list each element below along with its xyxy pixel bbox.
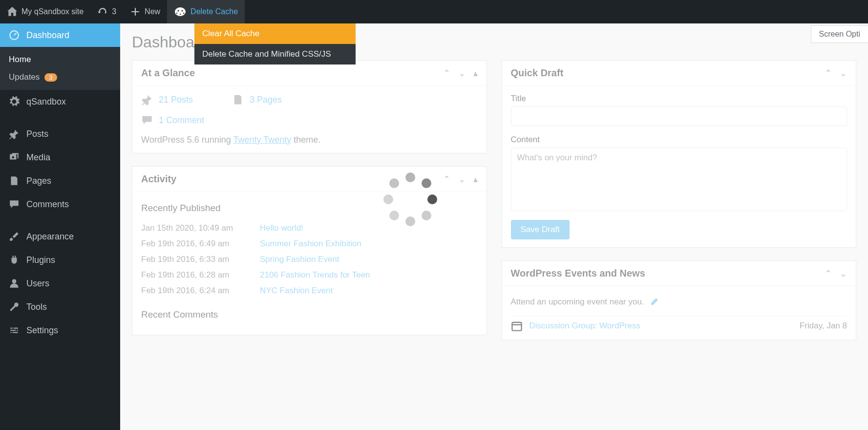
sidebar-dashboard[interactable]: Dashboard <box>0 23 120 47</box>
sidebar-tools-label: Tools <box>26 302 47 312</box>
svg-point-3 <box>176 13 177 14</box>
user-icon <box>9 278 20 289</box>
brush-icon <box>9 231 20 242</box>
glance-foot-prefix: WordPress 5.6 running <box>141 135 233 145</box>
activity-link[interactable]: 2106 Fashion Trends for Teen <box>260 270 370 280</box>
events-intro: Attend an upcoming event near you. <box>511 294 847 316</box>
activity-row: Jan 15th 2020, 10:49 amHello world! <box>141 220 478 236</box>
activity-link[interactable]: NYC Fashion Event <box>260 286 333 296</box>
sidebar-posts-label: Posts <box>26 129 48 139</box>
gear-icon <box>9 96 20 107</box>
box-controls: ⌃ ⌄ ▴ <box>443 175 478 184</box>
wrench-icon <box>9 301 20 312</box>
activity-link[interactable]: Summer Fashion Exhibition <box>260 239 361 249</box>
pencil-icon[interactable] <box>649 297 659 307</box>
sidebar-home-label: Home <box>9 55 31 64</box>
box-controls: ⌃ ⌄ ▴ <box>443 69 478 78</box>
sidebar-media-label: Media <box>26 152 50 163</box>
sidebar-plugins[interactable]: Plugins <box>0 248 120 272</box>
qd-title-label: Title <box>511 94 847 104</box>
home-icon <box>7 6 18 17</box>
glance-comments[interactable]: 1 Comment <box>141 114 478 126</box>
sidebar-media[interactable]: Media <box>0 146 120 169</box>
glance-footer: WordPress 5.6 running Twenty Twenty them… <box>141 135 478 145</box>
sidebar-tools[interactable]: Tools <box>0 295 120 319</box>
qd-content-textarea[interactable] <box>511 148 847 211</box>
main-content: Dashboard At a Glance ⌃ ⌄ ▴ <box>120 23 868 430</box>
site-name: My qSandbox site <box>21 7 84 16</box>
sidebar-updates[interactable]: Updates 3 <box>0 68 120 86</box>
sidebar-plugins-label: Plugins <box>26 255 55 265</box>
delete-cache-label: Delete Cache <box>191 7 238 16</box>
plus-icon <box>130 6 141 17</box>
sidebar-dashboard-submenu: Home Updates 3 <box>0 47 120 90</box>
admin-bar-delete-cache[interactable]: Delete Cache <box>167 0 245 23</box>
sliders-icon <box>9 325 20 336</box>
qd-content-label: Content <box>511 135 847 145</box>
pin-icon <box>141 94 153 106</box>
events-title: WordPress Events and News <box>511 268 645 279</box>
events-box: WordPress Events and News ⌃ ⌄ Attend an … <box>502 260 857 340</box>
sidebar: Dashboard Home Updates 3 qSandbox Posts … <box>0 23 120 430</box>
at-a-glance-title: At a Glance <box>141 67 195 79</box>
svg-point-1 <box>178 10 179 12</box>
updates-count: 3 <box>112 7 116 16</box>
sidebar-home[interactable]: Home <box>0 51 120 68</box>
activity-date: Jan 15th 2020, 10:49 am <box>141 223 246 233</box>
activity-date: Feb 19th 2016, 6:24 am <box>141 286 246 296</box>
glance-pages-link: 3 Pages <box>250 95 282 105</box>
chevron-up-icon[interactable]: ⌃ <box>825 269 832 278</box>
triangle-up-icon[interactable]: ▴ <box>473 69 478 78</box>
glance-posts[interactable]: 21 Posts <box>141 94 193 106</box>
sidebar-users[interactable]: Users <box>0 272 120 295</box>
svg-point-5 <box>180 14 181 15</box>
chevron-down-icon[interactable]: ⌄ <box>840 69 847 78</box>
delete-cache-dropdown: Clear All Cache Delete Cache and Minifie… <box>194 23 356 64</box>
admin-bar-updates[interactable]: 3 <box>90 0 123 23</box>
chevron-down-icon[interactable]: ⌄ <box>458 69 466 78</box>
activity-link[interactable]: Spring Fashion Event <box>260 255 339 264</box>
cheetah-icon <box>174 6 187 17</box>
sidebar-updates-label: Updates <box>9 72 40 82</box>
glance-posts-link: 21 Posts <box>159 95 193 105</box>
sidebar-settings-label: Settings <box>26 325 58 336</box>
comment-icon <box>9 199 20 210</box>
triangle-up-icon[interactable]: ▴ <box>473 175 478 184</box>
recently-published-title: Recently Published <box>141 203 478 214</box>
activity-row: Feb 19th 2016, 6:28 am2106 Fashion Trend… <box>141 267 478 283</box>
theme-link[interactable]: Twenty Twenty <box>233 135 291 145</box>
admin-bar: My qSandbox site 3 New Delete Cache <box>0 0 868 23</box>
at-a-glance-box: At a Glance ⌃ ⌄ ▴ 21 Posts <box>132 60 487 153</box>
svg-point-0 <box>175 7 186 16</box>
chevron-up-icon[interactable]: ⌃ <box>825 69 832 78</box>
sidebar-comments[interactable]: Comments <box>0 193 120 216</box>
plug-icon <box>9 255 20 265</box>
svg-point-2 <box>182 10 183 12</box>
sidebar-qsandbox[interactable]: qSandbox <box>0 90 120 113</box>
chevron-up-icon[interactable]: ⌃ <box>443 69 450 78</box>
sidebar-posts[interactable]: Posts <box>0 122 120 146</box>
activity-box: Activity ⌃ ⌄ ▴ Recently Published Jan 15… <box>132 166 487 335</box>
chevron-up-icon[interactable]: ⌃ <box>443 175 450 184</box>
activity-date: Feb 19th 2016, 6:28 am <box>141 270 246 280</box>
pin-icon <box>9 129 20 139</box>
dropdown-delete-minified[interactable]: Delete Cache and Minified CSS/JS <box>194 44 356 64</box>
pages-icon <box>232 94 244 106</box>
glance-pages[interactable]: 3 Pages <box>232 94 282 106</box>
sidebar-pages[interactable]: Pages <box>0 169 120 193</box>
admin-bar-new[interactable]: New <box>123 0 167 23</box>
chevron-down-icon[interactable]: ⌄ <box>840 269 847 278</box>
dropdown-clear-all[interactable]: Clear All Cache <box>194 23 356 44</box>
pages-icon <box>9 175 20 186</box>
screen-options-tab[interactable]: Screen Opti <box>811 25 868 43</box>
save-draft-button[interactable]: Save Draft <box>511 220 570 239</box>
sidebar-users-label: Users <box>26 279 49 289</box>
sidebar-settings[interactable]: Settings <box>0 319 120 342</box>
media-icon <box>9 152 20 163</box>
sidebar-appearance[interactable]: Appearance <box>0 225 120 248</box>
chevron-down-icon[interactable]: ⌄ <box>458 175 466 184</box>
admin-bar-site[interactable]: My qSandbox site <box>0 0 90 23</box>
event-link[interactable]: Discussion Group: WordPress <box>529 321 793 331</box>
activity-link[interactable]: Hello world! <box>260 223 303 233</box>
qd-title-input[interactable] <box>511 107 847 126</box>
